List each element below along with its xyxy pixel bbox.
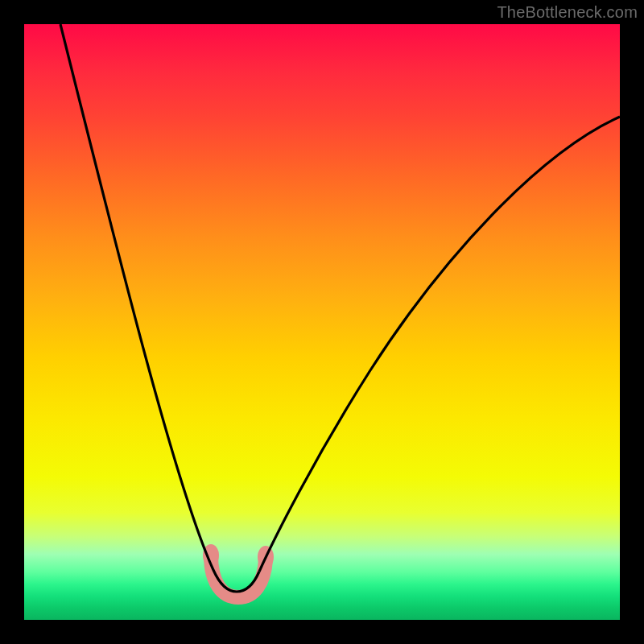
chart-frame: TheBottleneck.com [0, 0, 644, 644]
left-curve-path [60, 24, 259, 592]
watermark-text: TheBottleneck.com [497, 3, 638, 22]
curve-layer [24, 24, 620, 620]
right-curve-path [259, 117, 620, 572]
plot-area [24, 24, 620, 620]
